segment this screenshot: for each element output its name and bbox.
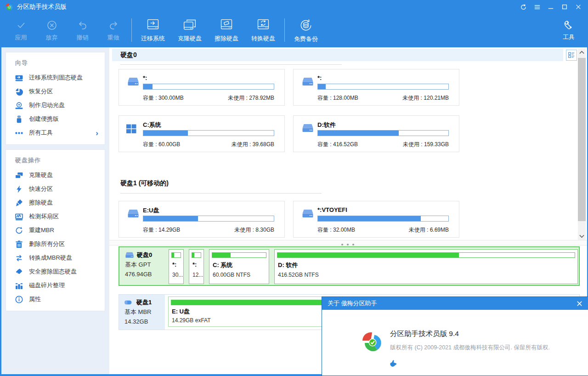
sidebar-item-make-bootable-cd[interactable]: 制作启动光盘 bbox=[6, 98, 105, 112]
partition-block-disk0-d[interactable]: D: 软件 416.52GB NTFS bbox=[274, 249, 578, 284]
rebuild-mbr-icon bbox=[15, 227, 23, 234]
sidebar-item-label: 擦除硬盘 bbox=[29, 199, 53, 207]
titlebar: 分区助手技术员版 bbox=[0, 0, 588, 14]
disk-icon bbox=[302, 123, 314, 133]
convert-disk-button[interactable]: 转换硬盘 bbox=[245, 14, 282, 47]
block-label: *: bbox=[192, 261, 197, 268]
discard-button[interactable]: 放弃 bbox=[36, 14, 67, 47]
wipe-disk-button[interactable]: 擦除硬盘 bbox=[208, 14, 245, 47]
sidebar-item-label: 属性 bbox=[29, 295, 41, 303]
sidebar-item-label: 所有工具 bbox=[29, 129, 53, 137]
migrate-system-button[interactable]: 迁移系统 bbox=[135, 14, 171, 47]
block-info: 12... bbox=[192, 272, 203, 278]
free-text: 未使用 : 159.33GB bbox=[403, 141, 449, 148]
clone-disk-button[interactable]: 克隆硬盘 bbox=[171, 14, 208, 47]
scroll-down-button[interactable] bbox=[578, 233, 586, 240]
capacity-text: 容量 : 60.00GB bbox=[143, 141, 180, 148]
migrate-ssd-icon bbox=[15, 74, 23, 82]
convert-disk-label: 转换硬盘 bbox=[251, 34, 275, 43]
capacity-text: 容量 : 128.00MB bbox=[317, 94, 358, 102]
usage-fill bbox=[318, 84, 326, 89]
block-info: 14.29GB exFAT bbox=[172, 317, 211, 324]
chevron-right-icon: › bbox=[96, 129, 98, 137]
sidebar-item-label: 克隆硬盘 bbox=[29, 171, 53, 179]
free-text: 未使用 : 8.30GB bbox=[234, 226, 274, 234]
disk1-name: 硬盘1 bbox=[136, 298, 152, 308]
sidebar-item-properties[interactable]: 属性 bbox=[6, 292, 105, 306]
usb-drive-icon bbox=[124, 300, 134, 305]
app-window: 分区助手技术员版 应用 放弃 撤销 重做 迁移系统 bbox=[0, 0, 588, 376]
sidebar-item-recover-partition[interactable]: 恢复分区 bbox=[6, 85, 105, 98]
sidebar-item-quick-partition[interactable]: 快速分区 bbox=[6, 182, 105, 196]
toolbar: 应用 放弃 撤销 重做 迁移系统 克隆硬盘 擦除硬盘 转换硬盘 bbox=[0, 14, 588, 47]
partition-card-disk0-p2[interactable]: *: 容量 : 128.00MB 未使用 : 120.21MB bbox=[293, 69, 459, 106]
vertical-scrollbar[interactable] bbox=[578, 49, 586, 240]
disk1-label[interactable]: 硬盘1 基本 MBR 14.32GB bbox=[119, 295, 165, 330]
view-toggle-button[interactable] bbox=[566, 50, 577, 61]
disk-list-area: 硬盘0 *: 容量 : 300.00MB 未使用 : 278.92MB bbox=[109, 47, 587, 240]
tools-label: 工具 bbox=[563, 33, 575, 41]
window-title: 分区助手技术员版 bbox=[17, 3, 67, 11]
sidebar-item-delete-all-partitions[interactable]: 删除所有分区 bbox=[6, 237, 105, 251]
disk1-header-label: 硬盘1 (可移动的) bbox=[120, 179, 169, 187]
sidebar-item-check-bad-sectors[interactable]: 检测坏扇区 bbox=[6, 210, 105, 223]
free-backup-label: 免费备份 bbox=[294, 35, 318, 43]
usage-minibar bbox=[212, 252, 266, 258]
disk-icon bbox=[302, 209, 314, 219]
menu-icon[interactable] bbox=[530, 0, 544, 14]
aomei-logo-icon bbox=[361, 331, 383, 353]
close-button[interactable] bbox=[571, 0, 585, 14]
usage-fill bbox=[143, 84, 153, 89]
free-backup-button[interactable]: 免费备份 bbox=[288, 14, 324, 47]
sidebar-item-convert-to-mbr[interactable]: 转换成MBR硬盘 bbox=[6, 251, 105, 265]
sidebar-item-secure-erase-ssd[interactable]: 安全擦除固态硬盘 bbox=[6, 265, 105, 279]
scrollbar-thumb[interactable] bbox=[578, 58, 586, 221]
redo-label: 重做 bbox=[107, 34, 119, 42]
bootable-cd-icon bbox=[15, 102, 23, 109]
minimize-button[interactable] bbox=[544, 0, 558, 14]
partition-label: *: bbox=[143, 74, 147, 81]
wipe-disk-label: 擦除硬盘 bbox=[215, 34, 238, 43]
sidebar-item-wipe-disk[interactable]: 擦除硬盘 bbox=[6, 196, 105, 210]
maximize-button[interactable] bbox=[558, 0, 571, 14]
capacity-text: 容量 : 416.52GB bbox=[317, 141, 358, 148]
partition-label: D:软件 bbox=[317, 121, 336, 129]
sidebar-item-migrate-os-to-ssd[interactable]: 迁移系统到固态硬盘 bbox=[6, 71, 105, 85]
tools-button[interactable]: 工具 bbox=[556, 14, 582, 47]
usage-minibar bbox=[277, 252, 575, 258]
sidebar-item-all-tools[interactable]: 所有工具 › bbox=[6, 126, 105, 140]
about-product-name: 分区助手技术员版 9.4 bbox=[390, 329, 459, 339]
disk1-header: 硬盘1 (可移动的) bbox=[120, 179, 169, 188]
disk0-header[interactable]: 硬盘0 bbox=[112, 49, 563, 61]
partition-card-disk0-d[interactable]: D:软件 容量 : 416.52GB 未使用 : 159.33GB bbox=[293, 115, 459, 152]
sidebar-item-rebuild-mbr[interactable]: 重建MBR bbox=[6, 223, 105, 237]
scroll-up-button[interactable] bbox=[578, 49, 586, 56]
partition-block-disk0-p1[interactable]: *: 30... bbox=[169, 249, 184, 284]
disk0-row[interactable]: 硬盘0 基本 GPT 476.94GB *: 30... *: 12... bbox=[119, 246, 580, 286]
disk0-label[interactable]: 硬盘0 基本 GPT 476.94GB bbox=[119, 247, 165, 285]
usage-bar bbox=[143, 84, 274, 90]
about-close-button[interactable] bbox=[574, 298, 584, 308]
sidebar-item-disk-defrag[interactable]: 磁盘碎片整理 bbox=[6, 279, 105, 292]
disk0-size: 476.94GB bbox=[125, 270, 165, 279]
capacity-text: 容量 : 32.00MB bbox=[317, 226, 355, 234]
sidebar-item-label: 转换成MBR硬盘 bbox=[29, 254, 72, 262]
usage-bar bbox=[317, 84, 449, 90]
undo-button[interactable]: 撤销 bbox=[67, 14, 98, 47]
partition-card-disk1-e[interactable]: E:U盘 容量 : 14.29GB 未使用 : 8.30GB bbox=[119, 201, 285, 238]
apply-button[interactable]: 应用 bbox=[6, 14, 36, 47]
sidebar-item-clone-disk[interactable]: 克隆硬盘 bbox=[6, 168, 105, 182]
partition-block-disk0-p2[interactable]: *: 12... bbox=[189, 249, 204, 284]
sidebar-item-label: 检测坏扇区 bbox=[29, 212, 59, 221]
usage-bar bbox=[317, 130, 449, 136]
partition-card-disk0-c[interactable]: C:系统 容量 : 60.00GB 未使用 : 39.68GB bbox=[119, 115, 285, 152]
redo-button[interactable]: 重做 bbox=[98, 14, 129, 47]
partition-block-disk0-c[interactable]: C: 系统 60.00GB NTFS bbox=[209, 249, 269, 284]
refresh-icon[interactable] bbox=[516, 0, 530, 14]
panel-splitter[interactable]: ● ● ● bbox=[109, 240, 587, 245]
partition-card-disk0-p1[interactable]: *: 容量 : 300.00MB 未使用 : 278.92MB bbox=[119, 69, 285, 106]
free-text: 未使用 : 278.92MB bbox=[228, 94, 274, 102]
sidebar-item-create-portable[interactable]: 创建便携版 bbox=[6, 112, 105, 126]
partition-card-disk1-vtoyefi[interactable]: *:VTOYEFI 容量 : 32.00MB 未使用 : 6.69MB bbox=[293, 201, 459, 238]
recover-partition-icon bbox=[15, 88, 23, 96]
